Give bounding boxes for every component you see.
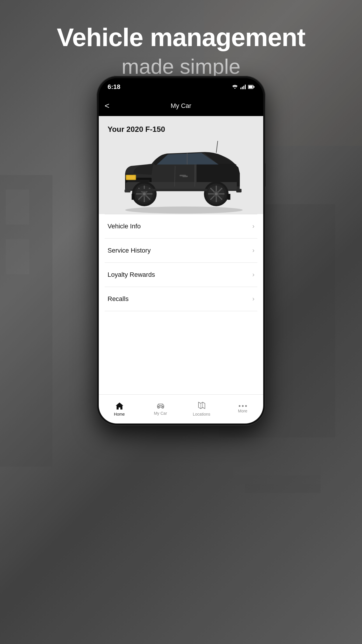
svg-rect-8 xyxy=(239,475,321,484)
recalls-chevron: › xyxy=(252,295,254,303)
svg-rect-16 xyxy=(254,86,254,88)
loyalty-rewards-item[interactable]: Loyalty Rewards › xyxy=(105,263,257,287)
loyalty-rewards-label: Loyalty Rewards xyxy=(108,271,155,279)
hero-title: Vehicle management xyxy=(0,23,362,52)
svg-rect-2 xyxy=(6,190,29,225)
tab-my-car-label: My Car xyxy=(154,411,167,416)
hero-section: Vehicle management made simple xyxy=(0,23,362,78)
main-content: Your 2020 F-150 xyxy=(99,116,263,394)
tab-locations[interactable]: Locations xyxy=(181,395,222,424)
svg-line-26 xyxy=(195,165,195,187)
vehicle-info-item[interactable]: Vehicle Info › xyxy=(105,214,257,239)
recalls-item[interactable]: Recalls › xyxy=(105,287,257,311)
recalls-label: Recalls xyxy=(108,295,129,303)
status-bar: 6:18 xyxy=(99,78,263,96)
wifi-icon xyxy=(232,85,238,89)
svg-point-58 xyxy=(242,405,244,407)
svg-rect-9 xyxy=(245,484,321,493)
tab-locations-label: Locations xyxy=(193,412,210,416)
svg-rect-24 xyxy=(127,175,135,179)
nav-title: My Car xyxy=(171,102,191,110)
svg-rect-50 xyxy=(124,189,130,192)
svg-rect-28 xyxy=(182,176,188,177)
svg-point-46 xyxy=(215,192,218,195)
side-button xyxy=(265,163,266,187)
tab-more-label: More xyxy=(238,409,247,413)
home-icon xyxy=(115,402,124,410)
vehicle-info-label: Vehicle Info xyxy=(108,223,141,230)
svg-rect-15 xyxy=(249,86,253,88)
svg-rect-10 xyxy=(240,88,241,89)
tab-home[interactable]: Home xyxy=(99,395,140,424)
svg-rect-49 xyxy=(137,189,208,191)
svg-rect-13 xyxy=(245,85,246,89)
svg-rect-3 xyxy=(6,239,29,274)
phone-inner: 6:18 xyxy=(99,78,263,424)
service-history-chevron: › xyxy=(252,247,254,254)
car-icon xyxy=(156,402,165,410)
svg-rect-12 xyxy=(243,86,244,89)
tab-more[interactable]: More xyxy=(222,395,263,424)
menu-list: Vehicle Info › Service History › Loyalty… xyxy=(99,214,263,311)
more-icon xyxy=(238,405,247,407)
vehicle-image: FORD xyxy=(108,138,254,208)
svg-point-57 xyxy=(239,405,240,407)
status-time: 6:18 xyxy=(108,83,120,91)
bottom-tab-bar: Home My Car Locations xyxy=(99,394,263,424)
svg-point-59 xyxy=(245,405,247,407)
map-icon xyxy=(198,402,205,410)
tab-my-car[interactable]: My Car xyxy=(140,395,181,424)
phone-frame: 6:18 xyxy=(96,76,266,426)
svg-rect-51 xyxy=(236,189,242,192)
status-icons xyxy=(232,85,254,89)
svg-rect-11 xyxy=(242,87,243,89)
signal-icon xyxy=(240,85,246,89)
top-nav: < My Car xyxy=(99,96,263,116)
svg-line-52 xyxy=(216,141,218,153)
vehicle-info-chevron: › xyxy=(252,223,254,230)
svg-rect-48 xyxy=(227,194,230,200)
service-history-item[interactable]: Service History › xyxy=(105,239,257,263)
vehicle-card: Your 2020 F-150 xyxy=(99,116,263,214)
hero-subtitle: made simple xyxy=(0,55,362,78)
service-history-label: Service History xyxy=(108,247,151,254)
truck-svg: FORD xyxy=(108,132,254,214)
back-button[interactable]: < xyxy=(105,101,109,111)
svg-point-37 xyxy=(143,192,146,195)
svg-rect-7 xyxy=(233,467,321,475)
tab-home-label: Home xyxy=(114,412,125,416)
svg-point-17 xyxy=(125,206,242,214)
battery-icon xyxy=(248,85,254,89)
svg-rect-47 xyxy=(132,194,135,200)
loyalty-rewards-chevron: › xyxy=(252,271,254,279)
